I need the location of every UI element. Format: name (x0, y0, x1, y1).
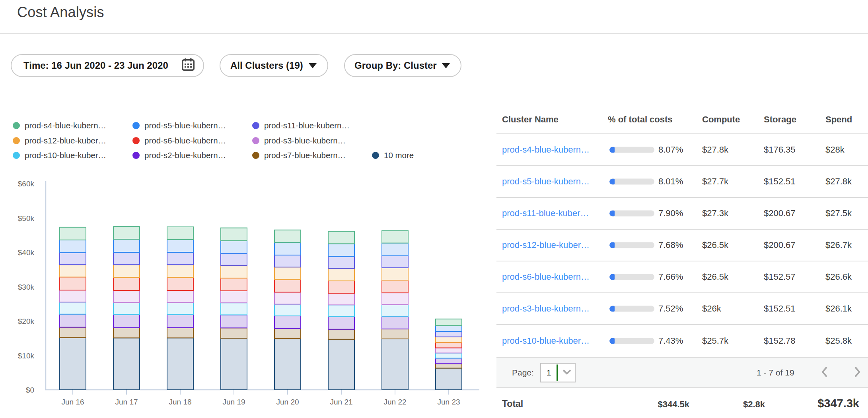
bar-segment[interactable] (436, 353, 462, 358)
bar-segment[interactable] (274, 304, 301, 316)
bar-segment[interactable] (221, 241, 247, 254)
legend-item[interactable]: prod-s4-blue-kubern… (13, 121, 106, 130)
time-filter-button[interactable]: Time: 16 Jun 2020 - 23 Jun 2020 (11, 54, 204, 77)
bar-segment[interactable] (274, 329, 301, 339)
legend-item[interactable]: prod-s6-blue-kubern… (132, 136, 226, 145)
bar-segment[interactable] (436, 337, 462, 343)
bar-segment[interactable] (221, 278, 247, 291)
bar-segment[interactable] (221, 328, 247, 338)
bar-segment[interactable] (113, 226, 140, 239)
cluster-name-link[interactable]: prod-s5-blue-kubern… (502, 176, 590, 187)
bar-segment[interactable] (167, 302, 193, 314)
bar-segment[interactable] (167, 227, 193, 240)
bar-segment[interactable] (382, 243, 408, 256)
bar-segment[interactable] (328, 293, 354, 305)
bar-segment[interactable] (382, 339, 408, 390)
bar-segment[interactable] (328, 269, 354, 281)
legend-item[interactable]: prod-s3-blue-kubern… (252, 136, 346, 145)
bar-segment[interactable] (221, 254, 247, 265)
bar-segment[interactable] (113, 302, 140, 314)
bar-segment[interactable] (328, 339, 354, 390)
bar-segment[interactable] (274, 255, 301, 267)
bar-segment[interactable] (436, 364, 462, 368)
bar-segment[interactable] (167, 240, 193, 252)
bar-segment[interactable] (436, 319, 462, 325)
bar-segment[interactable] (274, 267, 301, 279)
bar-segment[interactable] (436, 331, 462, 337)
bar-segment[interactable] (113, 265, 140, 277)
bar-segment[interactable] (167, 338, 193, 390)
legend-item[interactable]: prod-s11-blue-kubern… (252, 121, 350, 130)
bar-segment[interactable] (60, 265, 86, 277)
bar-segment[interactable] (60, 338, 86, 390)
groupby-filter-button[interactable]: Group By: Cluster (344, 54, 461, 77)
bar-segment[interactable] (382, 304, 408, 316)
bar-segment[interactable] (221, 315, 247, 328)
legend-item[interactable]: prod-s2-blue-kubern… (132, 151, 226, 160)
bar-segment[interactable] (274, 230, 301, 242)
bar-segment[interactable] (60, 253, 86, 265)
bar-segment[interactable] (221, 228, 247, 241)
bar-segment[interactable] (167, 327, 193, 338)
bar-segment[interactable] (436, 325, 462, 331)
legend-item[interactable]: 10 more (372, 151, 414, 160)
bar-segment[interactable] (382, 316, 408, 329)
bar-segment[interactable] (167, 265, 193, 277)
bar-segment[interactable] (113, 252, 140, 265)
bar-segment[interactable] (274, 316, 301, 329)
bar-segment[interactable] (328, 305, 354, 316)
legend-item[interactable]: prod-s12-blue-kuber… (13, 136, 106, 145)
bar-segment[interactable] (113, 290, 140, 302)
bar-segment[interactable] (382, 268, 408, 280)
bar-segment[interactable] (167, 252, 193, 265)
bar-segment[interactable] (382, 329, 408, 339)
bar-segment[interactable] (167, 277, 193, 290)
bar-segment[interactable] (274, 279, 301, 292)
bar-segment[interactable] (60, 277, 86, 290)
bar-segment[interactable] (221, 303, 247, 315)
bar-segment[interactable] (328, 329, 354, 339)
cluster-name-link[interactable]: prod-s12-blue-kuber… (502, 240, 590, 250)
bar-segment[interactable] (60, 327, 86, 338)
legend-item[interactable]: prod-s7-blue-kubern… (252, 151, 346, 160)
bar-segment[interactable] (113, 239, 140, 252)
bar-segment[interactable] (60, 314, 86, 327)
bar-segment[interactable] (328, 244, 354, 256)
bar-segment[interactable] (382, 231, 408, 243)
bar-segment[interactable] (167, 290, 193, 302)
bar-segment[interactable] (60, 302, 86, 314)
bar-segment[interactable] (60, 240, 86, 253)
bar-segment[interactable] (328, 317, 354, 329)
bar-segment[interactable] (221, 265, 247, 278)
cluster-name-link[interactable]: prod-s3-blue-kubern… (502, 304, 590, 314)
next-page-button[interactable] (850, 364, 864, 381)
bar-segment[interactable] (167, 315, 193, 328)
bar-segment[interactable] (274, 242, 301, 255)
bar-segment[interactable] (382, 256, 408, 268)
bar-segment[interactable] (328, 281, 354, 293)
bar-segment[interactable] (274, 292, 301, 304)
bar-segment[interactable] (221, 338, 247, 390)
cluster-name-link[interactable]: prod-s11-blue-kuber… (502, 208, 589, 219)
bar-segment[interactable] (328, 256, 354, 268)
bar-segment[interactable] (60, 227, 86, 240)
clusters-filter-button[interactable]: All Clusters (19) (220, 54, 328, 77)
bar-segment[interactable] (113, 338, 140, 390)
page-select[interactable]: 1 (540, 363, 576, 382)
bar-segment[interactable] (274, 339, 301, 390)
bar-segment[interactable] (436, 368, 462, 390)
bar-segment[interactable] (436, 358, 462, 364)
bar-segment[interactable] (221, 291, 247, 303)
legend-item[interactable]: prod-s5-blue-kubern… (132, 121, 226, 130)
bar-segment[interactable] (436, 348, 462, 353)
bar-segment[interactable] (436, 343, 462, 348)
bar-segment[interactable] (113, 315, 140, 328)
bar-segment[interactable] (113, 327, 140, 338)
bar-segment[interactable] (113, 277, 140, 290)
bar-segment[interactable] (382, 293, 408, 304)
cluster-name-link[interactable]: prod-s6-blue-kubern… (502, 272, 590, 282)
legend-item[interactable]: prod-s10-blue-kuber… (13, 151, 106, 160)
bar-segment[interactable] (60, 290, 86, 302)
bar-segment[interactable] (382, 280, 408, 293)
cluster-name-link[interactable]: prod-s4-blue-kubern… (502, 145, 590, 155)
